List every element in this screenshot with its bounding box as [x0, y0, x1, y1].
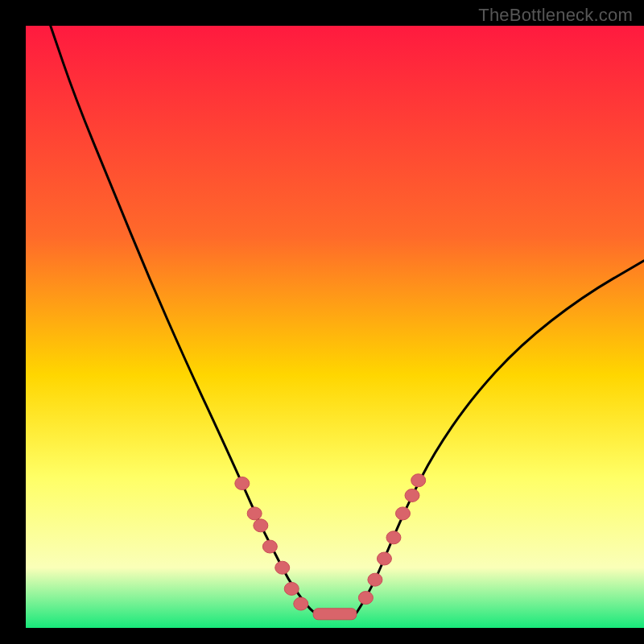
data-marker [358, 592, 373, 605]
data-marker [247, 507, 262, 520]
data-marker [235, 477, 250, 489]
data-marker [368, 573, 382, 586]
data-marker [386, 531, 401, 544]
data-marker [411, 474, 426, 487]
watermark-text: TheBottleneck.com [478, 5, 633, 26]
bottom-segment-marker [313, 609, 357, 620]
chart-svg [0, 0, 644, 644]
data-marker [275, 561, 290, 574]
data-marker [395, 507, 410, 520]
data-marker [284, 582, 299, 595]
chart-container: { "watermark": "TheBottleneck.com", "col… [0, 0, 644, 644]
plot-background [26, 26, 644, 628]
data-marker [254, 519, 268, 532]
data-marker [377, 552, 391, 565]
data-marker [405, 489, 419, 502]
data-marker [262, 540, 277, 553]
data-marker [294, 597, 308, 610]
